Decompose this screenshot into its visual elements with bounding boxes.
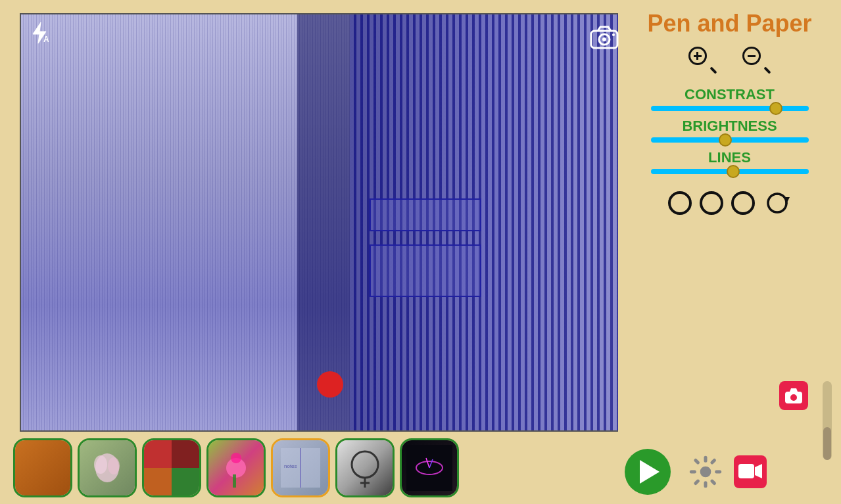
main-area: A (0, 0, 618, 504)
svg-point-5 (612, 34, 615, 36)
thumbnail-4-image: notes (273, 440, 328, 495)
svg-rect-28 (690, 470, 696, 474)
thumbnail-1-image (80, 440, 135, 495)
svg-rect-30 (693, 458, 700, 465)
thumbnail-0[interactable] (13, 438, 72, 497)
option-circle-3[interactable] (731, 191, 755, 215)
svg-point-25 (700, 467, 711, 478)
thumbnail-5[interactable] (335, 438, 395, 497)
lines-label: LINES (708, 149, 751, 166)
thumbnail-1[interactable] (78, 438, 137, 497)
brightness-thumb[interactable] (719, 133, 732, 147)
zoom-out-button[interactable] (740, 44, 774, 78)
svg-point-15 (352, 451, 378, 478)
right-scrollbar[interactable] (823, 381, 832, 460)
thumbnail-5-image (337, 440, 393, 495)
thumbnail-0-image (15, 440, 70, 495)
app-title: Pen and Paper (647, 10, 811, 37)
snapshot-button[interactable] (779, 381, 808, 410)
option-circle-1[interactable] (668, 191, 692, 215)
svg-point-4 (602, 37, 606, 41)
svg-point-7 (94, 455, 107, 474)
thumbnail-3[interactable] (206, 438, 266, 497)
lines-thumb[interactable] (727, 165, 740, 178)
gear-icon (689, 455, 722, 488)
zoom-in-button[interactable] (686, 44, 720, 78)
lines-slider[interactable] (651, 169, 809, 174)
svg-rect-33 (709, 479, 717, 486)
right-scroll-thumb[interactable] (823, 427, 831, 460)
video-record-button[interactable] (734, 455, 767, 488)
thumbnail-6[interactable] (400, 438, 459, 497)
brightness-slider[interactable] (651, 137, 809, 143)
flash-icon[interactable]: A (28, 21, 51, 49)
svg-rect-31 (709, 458, 717, 465)
image-box-2 (370, 244, 481, 297)
option-circle-2[interactable] (700, 191, 723, 215)
right-panel: Pen and Paper CONSTRAST BRIGHTNESS LINES (618, 0, 841, 504)
thumbnail-6-image (402, 440, 457, 495)
svg-rect-34 (738, 464, 754, 478)
svg-text:notes: notes (284, 463, 297, 469)
contrast-thumb[interactable] (769, 102, 782, 115)
contrast-slider[interactable] (651, 106, 809, 111)
thumbnail-4[interactable]: notes (271, 438, 330, 497)
play-icon (640, 460, 660, 484)
svg-rect-27 (704, 481, 708, 488)
svg-point-24 (790, 394, 797, 401)
camera-icon[interactable] (589, 24, 620, 57)
svg-point-10 (231, 453, 241, 463)
zoom-controls (686, 44, 774, 78)
image-viewer: A (20, 13, 631, 432)
bottom-controls (668, 189, 792, 218)
svg-rect-32 (693, 479, 700, 486)
thumbnail-strip: notes (0, 432, 618, 504)
image-box-1 (370, 198, 481, 231)
thumbnail-2-image (144, 440, 199, 495)
contrast-label: CONSTRAST (685, 86, 775, 103)
svg-text:A: A (43, 35, 49, 44)
thumbnail-3-image (208, 440, 264, 495)
svg-point-8 (108, 457, 120, 474)
svg-rect-11 (233, 474, 236, 488)
play-button[interactable] (625, 449, 671, 495)
reload-button[interactable] (763, 189, 792, 218)
image-dark-stripe (297, 14, 350, 432)
thumbnail-2[interactable] (142, 438, 201, 497)
brightness-label: BRIGHTNESS (682, 118, 777, 135)
svg-marker-35 (755, 464, 762, 478)
svg-rect-26 (704, 456, 708, 463)
settings-button[interactable] (683, 449, 729, 495)
svg-rect-29 (715, 470, 721, 474)
image-right-section (350, 14, 631, 432)
